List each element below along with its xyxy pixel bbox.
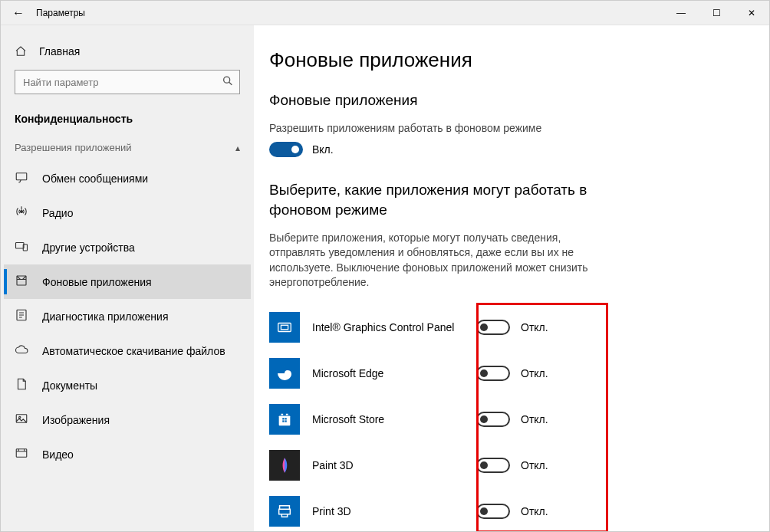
app-toggle[interactable] <box>476 504 510 519</box>
sidebar-item-label: Диагностика приложения <box>42 310 168 323</box>
background-icon <box>15 274 28 290</box>
video-icon <box>15 446 28 462</box>
app-name: Paint 3D <box>312 459 464 471</box>
search-input[interactable] <box>15 70 240 94</box>
app-toggle-state: Откл. <box>521 367 548 379</box>
app-icon-edge <box>269 358 300 389</box>
app-icon-paint3d <box>269 450 300 481</box>
app-row: Intel® Graphics Control PanelОткл. <box>269 304 607 350</box>
app-icon-store <box>269 404 300 435</box>
section1-title: Фоновые приложения <box>269 90 607 110</box>
back-button[interactable]: ← <box>1 6 36 20</box>
page-label: Конфиденциальность <box>4 107 251 139</box>
svg-rect-1 <box>16 173 27 180</box>
page-title: Фоновые приложения <box>269 48 769 72</box>
content-area: Фоновые приложения Фоновые приложения Ра… <box>254 25 769 532</box>
app-toggle-state: Откл. <box>521 459 548 471</box>
home-link[interactable]: Главная <box>4 38 251 65</box>
sidebar-item-label: Другие устройства <box>42 241 135 254</box>
app-toggle-state: Откл. <box>521 505 548 517</box>
app-name: Intel® Graphics Control Panel <box>312 321 464 333</box>
app-toggle-state: Откл. <box>521 321 548 333</box>
devices-icon <box>15 239 28 255</box>
sidebar-item-label: Документы <box>42 379 97 392</box>
sidebar-item-video[interactable]: Видео <box>4 437 251 471</box>
sidebar-item-radio[interactable]: Радио <box>4 195 251 230</box>
titlebar: ← Параметры ― ☐ ✕ <box>1 1 769 25</box>
radio-icon <box>15 205 28 221</box>
sidebar-item-cloud[interactable]: Автоматическое скачивание файлов <box>4 333 251 368</box>
sidebar-item-devices[interactable]: Другие устройства <box>4 230 251 264</box>
app-row: Microsoft StoreОткл. <box>269 396 607 442</box>
cloud-icon <box>15 343 28 359</box>
svg-rect-14 <box>285 418 286 419</box>
svg-rect-16 <box>285 420 286 422</box>
chevron-up-icon: ▴ <box>235 143 240 153</box>
app-row: Paint 3DОткл. <box>269 442 607 488</box>
section1-desc: Разрешить приложениям работать в фоновом… <box>269 121 591 136</box>
sidebar-item-label: Обмен сообщениями <box>42 172 148 185</box>
sidebar-item-label: Изображения <box>42 414 110 426</box>
master-toggle[interactable] <box>269 142 303 157</box>
nav-group-header[interactable]: Разрешения приложений ▴ <box>4 139 251 161</box>
messaging-icon <box>15 170 28 186</box>
window-title: Параметры <box>36 8 85 18</box>
close-button[interactable]: ✕ <box>734 1 769 25</box>
sidebar-item-messaging[interactable]: Обмен сообщениями <box>4 161 251 195</box>
sidebar-item-label: Радио <box>42 207 73 219</box>
sidebar-item-label: Фоновые приложения <box>42 276 152 288</box>
app-icon-print3d <box>269 496 300 527</box>
section2-title: Выберите, какие приложения могут работат… <box>269 180 607 219</box>
svg-rect-10 <box>278 323 291 331</box>
svg-point-2 <box>21 211 23 213</box>
image-icon <box>15 412 28 428</box>
minimize-button[interactable]: ― <box>663 1 699 25</box>
sidebar-item-label: Видео <box>42 448 74 461</box>
sidebar: Главная Конфиденциальность Разрешения пр… <box>1 25 254 532</box>
app-toggle[interactable] <box>476 320 510 335</box>
home-icon <box>15 45 27 57</box>
app-row: Print 3DОткл. <box>269 488 607 532</box>
sidebar-item-image[interactable]: Изображения <box>4 402 251 437</box>
app-name: Print 3D <box>312 505 464 517</box>
app-toggle-state: Откл. <box>521 413 548 425</box>
svg-rect-3 <box>16 243 25 249</box>
home-label: Главная <box>39 45 80 57</box>
app-row: Microsoft EdgeОткл. <box>269 350 607 396</box>
svg-rect-13 <box>282 418 284 419</box>
nav-group-label: Разрешения приложений <box>15 142 131 153</box>
svg-rect-12 <box>279 415 291 425</box>
svg-rect-9 <box>16 449 27 458</box>
sidebar-item-diag[interactable]: Диагностика приложения <box>4 299 251 333</box>
app-icon-intel <box>269 312 300 343</box>
doc-icon <box>15 377 28 393</box>
sidebar-item-doc[interactable]: Документы <box>4 368 251 402</box>
master-toggle-state: Вкл. <box>312 143 334 156</box>
sidebar-item-background[interactable]: Фоновые приложения <box>4 264 251 299</box>
maximize-button[interactable]: ☐ <box>699 1 734 25</box>
app-toggle[interactable] <box>476 412 510 427</box>
diag-icon <box>15 308 28 324</box>
svg-rect-15 <box>282 420 284 422</box>
app-toggle[interactable] <box>476 366 510 381</box>
sidebar-item-label: Автоматическое скачивание файлов <box>42 345 225 357</box>
section2-desc: Выберите приложения, которые могут получ… <box>269 231 591 291</box>
svg-rect-11 <box>281 325 288 330</box>
app-name: Microsoft Store <box>312 413 464 425</box>
app-toggle[interactable] <box>476 458 510 473</box>
app-name: Microsoft Edge <box>312 367 464 379</box>
